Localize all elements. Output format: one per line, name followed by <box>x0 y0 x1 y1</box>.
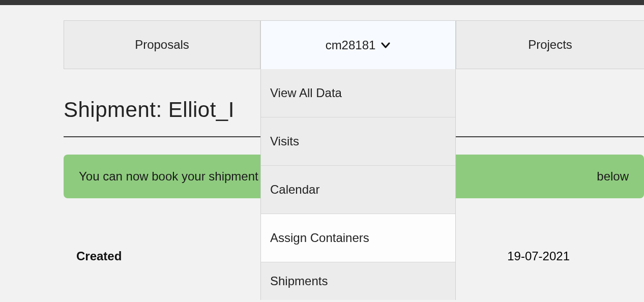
proposal-dropdown: View All Data Visits Calendar Assign Con… <box>260 69 456 300</box>
alert-text-left: You can now book your shipment <box>79 169 258 184</box>
heading-name: Elliot_I <box>168 98 235 122</box>
tab-label: Projects <box>528 38 572 52</box>
dropdown-item-assign-containers[interactable]: Assign Containers <box>261 214 455 262</box>
dropdown-item-view-all[interactable]: View All Data <box>261 69 455 117</box>
tab-projects[interactable]: Projects <box>456 20 644 69</box>
tab-label: cm28181 <box>326 38 376 52</box>
dropdown-label: Calendar <box>270 183 319 197</box>
created-value: 19-07-2021 <box>507 249 585 263</box>
dropdown-label: Visits <box>270 134 299 148</box>
tab-label: Proposals <box>135 38 189 52</box>
tab-bar: Proposals cm28181 Projects <box>64 20 644 69</box>
dropdown-item-calendar[interactable]: Calendar <box>261 166 455 214</box>
window-topbar <box>0 0 644 5</box>
chevron-down-icon <box>380 40 391 50</box>
heading-prefix: Shipment: <box>64 98 168 122</box>
dropdown-label: Assign Containers <box>270 231 369 245</box>
tab-active-proposal[interactable]: cm28181 <box>260 20 456 69</box>
dropdown-label: Shipments <box>270 274 328 288</box>
created-label: Created <box>76 249 122 263</box>
dropdown-item-shipments[interactable]: Shipments <box>261 262 455 300</box>
dropdown-label: View All Data <box>270 86 342 100</box>
tab-proposals[interactable]: Proposals <box>64 20 260 69</box>
alert-text-right: below <box>597 169 629 184</box>
dropdown-item-visits[interactable]: Visits <box>261 117 455 166</box>
